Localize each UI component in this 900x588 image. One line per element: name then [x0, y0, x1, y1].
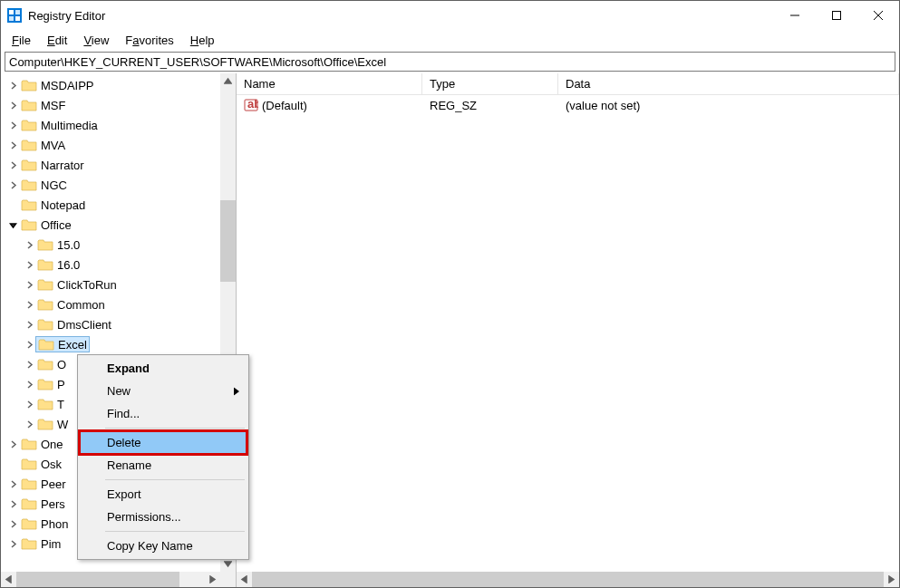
tree-node-label: P: [57, 378, 65, 391]
chevron-right-icon[interactable]: [6, 119, 19, 131]
svg-rect-1: [9, 10, 14, 14]
tree-node[interactable]: Notepad: [1, 195, 236, 215]
chevron-right-icon[interactable]: [23, 318, 35, 331]
tree-horizontal-scrollbar[interactable]: [1, 572, 220, 587]
tree-node[interactable]: MSDAIPP: [1, 75, 236, 95]
folder-icon: [21, 98, 37, 112]
folder-icon: [37, 397, 53, 411]
chevron-right-icon[interactable]: [23, 418, 35, 430]
context-menu-export[interactable]: Export: [80, 483, 247, 506]
window-controls: [774, 1, 899, 30]
tree-node-label: 15.0: [57, 238, 80, 252]
chevron-right-icon[interactable]: [23, 258, 35, 271]
menu-view[interactable]: View: [76, 32, 116, 49]
context-menu-copy-key-name[interactable]: Copy Key Name: [80, 535, 247, 557]
folder-icon: [21, 217, 37, 232]
folder-icon: [37, 357, 53, 371]
tree-node[interactable]: Narrator: [1, 155, 236, 175]
tree-node-label: Notepad: [41, 198, 85, 212]
value-row[interactable]: ab (Default) REG_SZ (value not set): [237, 95, 899, 115]
tree-node[interactable]: NGC: [1, 175, 236, 195]
chevron-right-icon[interactable]: [6, 537, 19, 550]
context-menu-permissions[interactable]: Permissions...: [80, 506, 247, 528]
scroll-right-arrow[interactable]: [884, 572, 899, 587]
chevron-right-icon[interactable]: [23, 358, 35, 371]
window-title: Registry Editor: [28, 9, 774, 23]
chevron-right-icon[interactable]: [6, 178, 19, 191]
tree-node-label: DmsClient: [57, 318, 111, 332]
svg-rect-3: [9, 16, 14, 21]
svg-text:ab: ab: [247, 98, 258, 111]
value-data: (value not set): [558, 99, 899, 112]
scroll-thumb[interactable]: [16, 572, 179, 587]
tree-node-label: T: [57, 398, 64, 411]
context-menu-expand[interactable]: Expand: [80, 357, 247, 380]
chevron-right-icon[interactable]: [6, 79, 19, 92]
menu-help[interactable]: Help: [183, 32, 222, 49]
tree-node-label: O: [57, 358, 66, 371]
menu-file[interactable]: File: [5, 32, 38, 49]
menu-bar: File Edit View Favorites Help: [1, 30, 899, 50]
context-menu-delete[interactable]: Delete: [80, 431, 247, 454]
scroll-thumb[interactable]: [220, 200, 236, 282]
chevron-right-icon[interactable]: [23, 378, 35, 390]
svg-rect-6: [833, 12, 841, 20]
value-name-cell: ab (Default): [237, 98, 422, 112]
menu-edit[interactable]: Edit: [40, 32, 74, 49]
tree-node-label: One: [41, 438, 63, 451]
chevron-right-icon[interactable]: [6, 139, 19, 151]
scroll-left-arrow[interactable]: [237, 572, 252, 587]
close-button[interactable]: [857, 1, 899, 30]
maximize-button[interactable]: [816, 1, 857, 30]
column-header-data[interactable]: Data: [558, 73, 899, 94]
chevron-down-icon[interactable]: [6, 218, 19, 231]
tree-node-label: MSDAIPP: [41, 79, 94, 92]
context-menu-new[interactable]: New: [80, 380, 247, 402]
scroll-thumb[interactable]: [252, 572, 884, 587]
context-menu-new-label: New: [107, 384, 131, 398]
chevron-right-icon[interactable]: [6, 438, 19, 450]
chevron-right-icon[interactable]: [6, 517, 19, 530]
tree-node[interactable]: 16.0: [1, 255, 236, 275]
context-menu: Expand New Find... Delete Rename Export …: [77, 354, 249, 560]
chevron-right-icon[interactable]: [6, 159, 19, 171]
context-menu-rename[interactable]: Rename: [80, 454, 247, 477]
tree-node[interactable]: Excel: [1, 334, 236, 354]
tree-node[interactable]: Multimedia: [1, 115, 236, 135]
title-bar: Registry Editor: [1, 1, 899, 30]
tree-node[interactable]: Office: [1, 215, 236, 235]
tree-node-label: Narrator: [41, 159, 84, 172]
tree-node[interactable]: 15.0: [1, 235, 236, 255]
chevron-right-icon[interactable]: [6, 477, 19, 490]
chevron-right-icon[interactable]: [23, 338, 35, 351]
context-menu-separator: [105, 531, 245, 532]
folder-icon: [21, 536, 37, 551]
values-header: Name Type Data: [237, 73, 899, 95]
tree-node[interactable]: MSF: [1, 95, 236, 115]
folder-icon: [21, 178, 37, 192]
chevron-right-icon[interactable]: [23, 298, 35, 311]
tree-node-label: NGC: [41, 178, 67, 192]
chevron-right-icon[interactable]: [6, 497, 19, 510]
values-body[interactable]: ab (Default) REG_SZ (value not set): [237, 95, 899, 587]
tree-node[interactable]: MVA: [1, 135, 236, 155]
scroll-right-arrow[interactable]: [205, 572, 220, 587]
context-menu-find[interactable]: Find...: [80, 402, 247, 425]
column-header-type[interactable]: Type: [422, 73, 558, 94]
column-header-name[interactable]: Name: [237, 73, 422, 94]
chevron-right-icon[interactable]: [23, 398, 35, 410]
folder-icon: [37, 417, 53, 431]
tree-node-label: Osk: [41, 458, 62, 471]
scroll-left-arrow[interactable]: [1, 572, 16, 587]
chevron-right-icon[interactable]: [23, 238, 35, 251]
chevron-right-icon[interactable]: [6, 99, 19, 111]
chevron-right-icon[interactable]: [23, 278, 35, 291]
tree-node[interactable]: ClickToRun: [1, 275, 236, 294]
menu-favorites[interactable]: Favorites: [118, 32, 180, 49]
minimize-button[interactable]: [774, 1, 816, 30]
values-horizontal-scrollbar[interactable]: [237, 572, 899, 587]
tree-node[interactable]: DmsClient: [1, 314, 236, 334]
address-bar[interactable]: Computer\HKEY_CURRENT_USER\SOFTWARE\Micr…: [5, 52, 895, 72]
tree-node[interactable]: Common: [1, 294, 236, 314]
scroll-up-arrow[interactable]: [220, 73, 236, 89]
